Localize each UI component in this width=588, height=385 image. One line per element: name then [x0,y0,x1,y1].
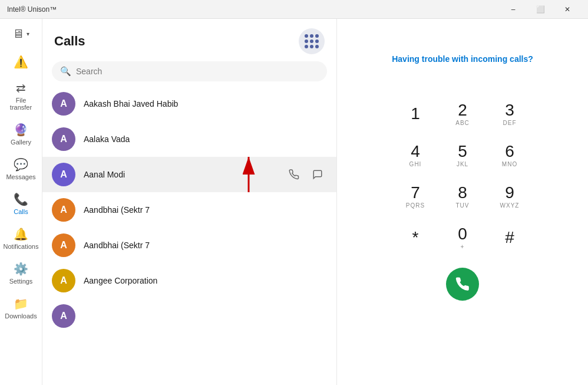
grid-icon [305,34,319,48]
search-input[interactable] [76,67,319,76]
dial-num: 3 [505,102,514,119]
dial-alpha: JKL [457,161,468,167]
contact-name: Aanal Modi [84,170,285,179]
dialer-area: Having trouble with incoming calls? 12AB… [337,19,588,385]
calls-panel: Calls 🔍 A Aakash Bhai Javed Habib [42,19,337,385]
contact-list: A Aakash Bhai Javed Habib A Aalaka Vada … [42,86,336,385]
dial-num: 0 [458,226,467,242]
contact-name: Aangee Corporation [84,276,327,285]
dial-alpha: ABC [455,120,470,126]
keypad-toggle-button[interactable] [299,28,325,54]
sidebar-item-settings[interactable]: ⚙️ Settings [2,257,40,289]
list-item[interactable]: A Aanal Modi [42,157,336,192]
sidebar-item-notifications[interactable]: 🔔 Notifications [2,222,40,255]
dial-alpha: MNO [502,161,517,167]
sidebar-label-settings: Settings [9,278,33,285]
sidebar-label-filetransfer: File transfer [5,97,38,111]
contact-actions [285,165,327,184]
sidebar-item-messages[interactable]: 💬 Messages [2,153,40,185]
list-item[interactable]: A [42,298,336,334]
messages-icon: 💬 [14,157,28,172]
dial-num: 6 [505,143,514,160]
call-contact-button[interactable] [285,165,303,184]
dial-alpha: DEF [503,120,517,126]
dial-key-7[interactable]: 7PQRS [392,176,439,217]
filetransfer-icon: ⇄ [16,81,26,95]
settings-icon: ⚙️ [14,262,28,276]
calls-header: Calls [42,19,336,59]
dial-alpha: + [461,243,465,250]
dial-num: 8 [458,185,467,201]
avatar: A [52,198,75,222]
title-bar-left: Intel® Unison™ [7,5,57,14]
contact-name: Aandbhai (Sektr 7 [84,205,327,215]
notifications-icon: 🔔 [14,227,28,241]
search-icon: 🔍 [60,66,71,77]
device-selector[interactable]: 🖥 ▾ [8,24,34,44]
avatar: A [52,127,75,151]
avatar: A [52,233,75,257]
app-body: 🖥 ▾ ⚠️ ⇄ File transfer 🔮 Gallery 💬 Messa… [0,19,588,385]
app-title: Intel® Unison™ [7,5,57,14]
dial-num: 9 [505,185,514,201]
dial-key-0[interactable]: 0+ [439,217,486,258]
sidebar-item-filetransfer[interactable]: ⇄ File transfer [2,76,40,116]
dial-num: 5 [458,143,467,160]
calls-title: Calls [54,34,85,49]
avatar: A [52,163,75,186]
sidebar-label-calls: Calls [14,208,28,215]
gallery-icon: 🔮 [14,123,28,137]
downloads-icon: 📁 [14,297,28,311]
dial-num: 1 [411,106,420,122]
trouble-link[interactable]: Having trouble with incoming calls? [392,54,533,64]
avatar: A [52,269,75,292]
list-item[interactable]: A Aangee Corporation [42,263,336,298]
dial-key-8[interactable]: 8TUV [439,176,486,217]
search-bar: 🔍 [52,61,327,81]
sidebar-label-messages: Messages [6,173,35,180]
sidebar-item-downloads[interactable]: 📁 Downloads [2,292,40,324]
close-button[interactable]: ✕ [554,0,581,19]
dial-key-6[interactable]: 6MNO [486,134,533,176]
sidebar: 🖥 ▾ ⚠️ ⇄ File transfer 🔮 Gallery 💬 Messa… [0,19,42,385]
dial-num: # [505,229,514,246]
dial-key-#[interactable]: # [486,217,533,258]
title-bar: Intel® Unison™ – ⬜ ✕ [0,0,588,19]
dial-num: 7 [411,185,420,201]
dial-key-9[interactable]: 9WXYZ [486,176,533,217]
dial-key-2[interactable]: 2ABC [439,93,486,134]
restore-button[interactable]: ⬜ [527,0,554,19]
contact-name: Aalaka Vada [84,134,327,144]
dial-key-4[interactable]: 4GHI [392,134,439,176]
dial-alpha: PQRS [406,202,425,209]
dial-num: 4 [411,143,420,160]
call-button[interactable] [446,268,479,301]
dial-alpha: GHI [409,161,422,167]
sidebar-item-warning[interactable]: ⚠️ [2,50,40,74]
contact-name: Aakash Bhai Javed Habib [84,99,327,108]
minimize-button[interactable]: – [500,0,527,19]
calls-icon: 📞 [14,192,28,206]
list-item[interactable]: A Aalaka Vada [42,121,336,157]
message-contact-button[interactable] [308,165,327,184]
contact-name: Aandbhai (Sektr 7 [84,241,327,250]
sidebar-label-notifications: Notifications [4,243,39,250]
sidebar-item-calls[interactable]: 📞 Calls [2,187,40,220]
dial-key-3[interactable]: 3DEF [486,93,533,134]
sidebar-label-gallery: Gallery [11,139,31,146]
dial-alpha: WXYZ [500,202,520,209]
dialpad: 12ABC3DEF4GHI5JKL6MNO7PQRS8TUV9WXYZ*0+# [392,93,533,258]
list-item[interactable]: A Aandbhai (Sektr 7 [42,228,336,263]
dial-key-1[interactable]: 1 [392,93,439,134]
dial-alpha: TUV [456,202,470,209]
chevron-down-icon: ▾ [27,31,29,37]
list-item[interactable]: A Aakash Bhai Javed Habib [42,86,336,121]
dial-key-5[interactable]: 5JKL [439,134,486,176]
dial-key-*[interactable]: * [392,217,439,258]
dial-num: 2 [458,102,467,119]
warning-icon: ⚠️ [14,55,28,69]
sidebar-item-gallery[interactable]: 🔮 Gallery [2,118,40,150]
list-item[interactable]: A Aandbhai (Sektr 7 [42,192,336,228]
avatar: A [52,92,75,116]
title-bar-controls: – ⬜ ✕ [500,0,581,19]
